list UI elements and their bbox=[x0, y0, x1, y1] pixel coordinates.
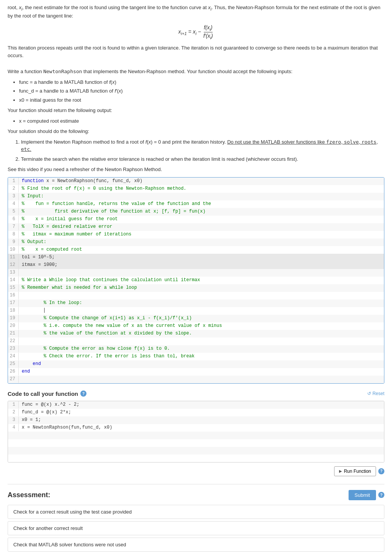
main-code-editor[interactable]: 1 function x = NewtonRaphson(func, func_… bbox=[8, 177, 384, 384]
code-line-3: 3 % Input: bbox=[8, 193, 384, 200]
check-item-3-label: Check that MATLAB solver functions were … bbox=[13, 542, 126, 547]
reset-label: Reset bbox=[373, 391, 384, 396]
line-num-24: 24 bbox=[8, 353, 19, 360]
solution-item-2: Terminate the search when the relative e… bbox=[21, 155, 384, 163]
line-num-11: 11 bbox=[8, 254, 19, 261]
call-code-content-2: func_d = @(x) 2*x; bbox=[22, 409, 384, 416]
reset-button[interactable]: ↺ Reset bbox=[367, 391, 384, 396]
submit-button[interactable]: Submit bbox=[349, 490, 376, 500]
call-code-line-3: 3 x0 = 1; bbox=[8, 416, 384, 424]
code-line-27: 27 bbox=[8, 376, 384, 383]
input-item-2: func_d = a handle to a MATLAB function o… bbox=[19, 87, 384, 95]
line-num-2: 2 bbox=[8, 185, 19, 192]
code-line-18[interactable]: 18 bbox=[8, 307, 384, 315]
line-num-14: 14 bbox=[8, 277, 19, 284]
intro-para1: root, xi, the next estimate for the root… bbox=[8, 4, 384, 20]
code-content-15: % Remember what is needed for a while lo… bbox=[22, 284, 384, 291]
code-line-4: 4 % fun = function handle, returns the v… bbox=[8, 200, 384, 208]
call-section-title: Code to call your function bbox=[8, 391, 78, 397]
code-content-3: % Input: bbox=[22, 193, 384, 200]
check-item-1-label: Check for a correct result using the tes… bbox=[13, 509, 132, 515]
code-content-23: % Compute the error as how close f(x) is… bbox=[22, 345, 384, 352]
code-content-10: % x = computed root bbox=[22, 246, 384, 253]
output-label: Your function should return the followin… bbox=[8, 107, 384, 114]
code-line-26: 26 end bbox=[8, 368, 384, 376]
line-num-12: 12 bbox=[8, 261, 19, 269]
line-num-4: 4 bbox=[8, 200, 19, 208]
code-content-25: end bbox=[22, 360, 384, 368]
code-line-14: 14 % Write a While loop that continues t… bbox=[8, 277, 384, 284]
line-num-1: 1 bbox=[8, 178, 19, 185]
line-num-20: 20 bbox=[8, 322, 19, 330]
formula: xi+1 = xi − f(xi) f′(xi) bbox=[178, 24, 214, 40]
code-content-27 bbox=[22, 376, 384, 383]
input-item-1: func = a handle to a MATLAB function of … bbox=[19, 78, 384, 86]
code-line-19: 19 % Compute the change of x(i+1) as x_i… bbox=[8, 315, 384, 322]
code-content-26: end bbox=[22, 368, 384, 375]
call-code-line-8 bbox=[8, 455, 384, 462]
code-content-13 bbox=[22, 269, 384, 276]
call-code-line-7 bbox=[8, 447, 384, 455]
call-code-content-1: func = @(x) x.^2 - 2; bbox=[22, 401, 384, 408]
line-num-3: 3 bbox=[8, 193, 19, 200]
line-num-9: 9 bbox=[8, 238, 19, 246]
call-code-content-6 bbox=[22, 439, 384, 447]
code-content-21: % the value of the function at x divided… bbox=[22, 330, 384, 337]
call-code-line-4: 4 x = NewtonRaphson(fun,func_d, x0) bbox=[8, 424, 384, 432]
code-line-7: 7 % TolX = desired relative error bbox=[8, 223, 384, 231]
check-item-2: Check for another correct result bbox=[8, 521, 384, 535]
code-line-2: 2 % Find the root of f(x) = 0 using the … bbox=[8, 185, 384, 193]
inputs-list: func = a handle to a MATLAB function of … bbox=[19, 78, 384, 104]
code-line-20: 20 % i.e. compute the new value of x as … bbox=[8, 322, 384, 330]
line-num-25: 25 bbox=[8, 360, 19, 368]
run-help-icon[interactable]: ? bbox=[378, 468, 384, 474]
assessment-help-icon[interactable]: ? bbox=[378, 492, 384, 498]
code-content-9: % Output: bbox=[22, 238, 384, 246]
outputs-list: x = computed root estimate bbox=[19, 117, 384, 125]
call-code-line-2: 2 func_d = @(x) 2*x; bbox=[8, 409, 384, 416]
code-content-20: % i.e. compute the new value of x as the… bbox=[22, 322, 384, 330]
code-line-6: 6 % x = initial guess for the root bbox=[8, 216, 384, 223]
run-btn-container: ▶ Run Function ? bbox=[8, 466, 384, 476]
line-num-17: 17 bbox=[8, 299, 19, 307]
code-content-17: % In the loop: bbox=[22, 299, 384, 307]
input-item-3: x0 = initial guess for the root bbox=[19, 96, 384, 104]
call-code-editor[interactable]: 1 func = @(x) x.^2 - 2; 2 func_d = @(x) … bbox=[8, 401, 384, 463]
code-content-16 bbox=[22, 292, 384, 299]
code-line-22: 22 bbox=[8, 338, 384, 345]
line-num-8: 8 bbox=[8, 231, 19, 238]
code-line-10: 10 % x = computed root bbox=[8, 246, 384, 254]
video-note: See this video if you need a refresher o… bbox=[8, 166, 384, 173]
code-line-12: 12 itmax = 1000; bbox=[8, 261, 384, 269]
run-button-label: Run Function bbox=[344, 469, 371, 474]
code-line-11: 11 tol = 10^-5; bbox=[8, 254, 384, 261]
call-code-content-5 bbox=[22, 432, 384, 439]
code-content-19: % Compute the change of x(i+1) as x_i - … bbox=[22, 315, 384, 322]
run-function-button[interactable]: ▶ Run Function bbox=[334, 466, 376, 476]
code-line-5: 5 % first derivative of the function at … bbox=[8, 208, 384, 216]
call-line-num-3: 3 bbox=[8, 416, 19, 424]
call-help-icon[interactable]: ? bbox=[80, 391, 86, 397]
code-line-21: 21 % the value of the function at x divi… bbox=[8, 330, 384, 338]
assessment-title: Assessment: bbox=[8, 491, 50, 499]
line-num-21: 21 bbox=[8, 330, 19, 337]
assessment-section: Assessment: Submit ? Check for a correct… bbox=[8, 484, 384, 552]
call-section-header-left: Code to call your function ? bbox=[8, 391, 86, 397]
call-code-line-6 bbox=[8, 439, 384, 447]
code-content-8: % itmax = maximum number of iterations bbox=[22, 231, 384, 238]
call-code-content-4: x = NewtonRaphson(fun,func_d, x0) bbox=[22, 424, 384, 431]
play-icon: ▶ bbox=[339, 469, 342, 473]
write-prompt: Write a function NewtonRaphson that impl… bbox=[8, 68, 384, 75]
output-item-1: x = computed root estimate bbox=[19, 117, 384, 125]
code-content-1: function x = NewtonRaphson(func, func_d,… bbox=[22, 178, 384, 185]
reset-icon: ↺ bbox=[367, 391, 371, 396]
check-item-3: Check that MATLAB solver functions were … bbox=[8, 538, 384, 552]
code-line-8: 8 % itmax = maximum number of iterations bbox=[8, 231, 384, 238]
line-num-27: 27 bbox=[8, 376, 19, 383]
code-line-16: 16 bbox=[8, 292, 384, 299]
code-line-17: 17 % In the loop: bbox=[8, 299, 384, 307]
code-content-14: % Write a While loop that continues the … bbox=[22, 277, 384, 284]
line-num-15: 15 bbox=[8, 284, 19, 291]
call-code-content-8 bbox=[22, 455, 384, 462]
line-num-10: 10 bbox=[8, 246, 19, 253]
